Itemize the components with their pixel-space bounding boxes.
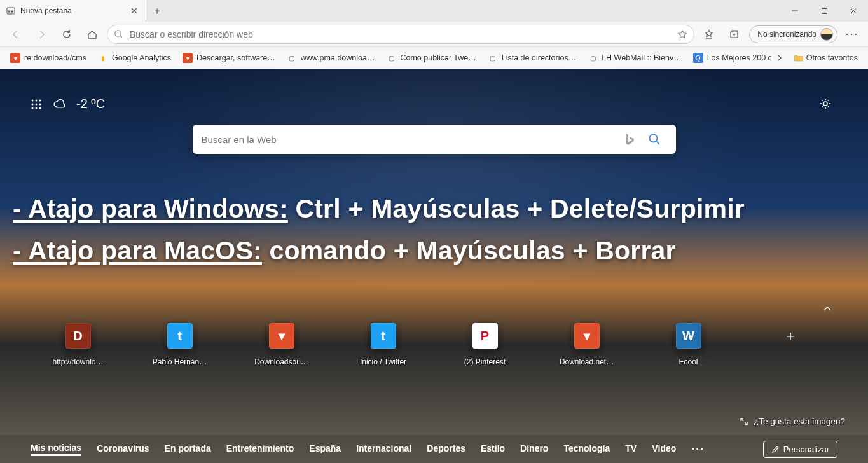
favorite-star-icon[interactable] (677, 29, 687, 39)
quick-link-icon: t (371, 323, 396, 349)
quick-link-label: (2) Pinterest (452, 357, 518, 366)
svg-point-21 (39, 107, 41, 109)
news-nav-item[interactable]: Vídeo (652, 443, 676, 455)
bookmark-item[interactable]: ▾Descargar, software… (177, 50, 280, 66)
profile-label: No sincronizando (757, 30, 816, 39)
bookmarks-overflow-button[interactable] (772, 52, 787, 64)
quick-link[interactable]: ▾Downloadsou… (249, 323, 315, 366)
bookmark-item[interactable]: ▢LH WebMail :: Bienv… (582, 50, 687, 66)
weather-temp[interactable]: -2 ºC (76, 97, 105, 111)
bookmark-item[interactable]: ▢www.pma.downloa… (282, 50, 380, 66)
svg-rect-4 (11, 11, 13, 13)
quick-link[interactable]: ▾Download.net… (554, 323, 620, 366)
background-feedback-label: ¿Te gusta esta imagen? (754, 417, 845, 426)
bookmark-item[interactable]: ▢Como publicar Twe… (381, 50, 481, 66)
overlay-line1-label: - Atajo para Windows: (13, 194, 288, 223)
news-nav-item[interactable]: Estilo (481, 443, 505, 455)
pencil-icon (771, 445, 780, 453)
quick-link-label: Inicio / Twitter (350, 357, 417, 366)
quick-link[interactable]: P(2) Pinterest (452, 323, 518, 366)
svg-point-20 (36, 107, 38, 109)
quick-link-icon: W (676, 323, 701, 349)
personalize-label: Personalizar (783, 445, 829, 454)
quick-link[interactable]: Dhttp://downlo… (45, 323, 111, 366)
news-nav-item[interactable]: Internacional (356, 443, 411, 455)
nav-forward-button[interactable] (31, 24, 52, 45)
profile-button[interactable]: No sincronizando (749, 25, 837, 43)
svg-point-23 (649, 135, 657, 142)
svg-rect-6 (822, 8, 827, 13)
ntp-collapse-button[interactable] (822, 304, 832, 314)
bookmarks-other-folder[interactable]: Otros favoritos (789, 50, 863, 66)
nav-refresh-button[interactable] (56, 24, 78, 45)
quick-link[interactable]: tPablo Hernán… (147, 323, 213, 366)
quick-link-icon: ▾ (269, 323, 294, 349)
window-minimize-button[interactable] (780, 0, 809, 22)
window-titlebar: Nueva pestaña ✕ ＋ (0, 0, 868, 22)
bookmark-item[interactable]: ▾re:download//cms (5, 50, 92, 66)
folder-icon (794, 53, 804, 63)
svg-line-24 (656, 142, 659, 145)
svg-point-9 (115, 31, 121, 36)
bookmark-item[interactable]: QLos Mejores 200 dir… (688, 50, 771, 66)
quick-link-icon: ▾ (574, 323, 600, 349)
news-nav-more[interactable]: ··· (691, 443, 705, 456)
news-nav-item[interactable]: Dinero (520, 443, 548, 455)
bookmarks-other-label: Otros favoritos (806, 53, 858, 62)
svg-point-18 (39, 103, 41, 105)
tab-close-button[interactable]: ✕ (130, 6, 138, 15)
bookmark-label: www.pma.downloa… (301, 53, 375, 62)
bookmark-item[interactable]: ▮Google Analytics (93, 50, 176, 66)
address-bar[interactable] (107, 25, 694, 44)
bookmark-favicon-icon: Q (693, 53, 703, 63)
quick-link-icon: t (167, 323, 193, 349)
address-input[interactable] (130, 29, 671, 39)
search-icon (114, 29, 123, 39)
bookmarks-bar: ▾re:download//cms▮Google Analytics▾Desca… (0, 47, 868, 69)
personalize-button[interactable]: Personalizar (763, 441, 837, 458)
ntp-settings-button[interactable] (818, 97, 832, 111)
bookmark-favicon-icon: ▢ (287, 53, 297, 63)
apps-grid-icon[interactable] (31, 99, 42, 110)
new-tab-button[interactable]: ＋ (146, 0, 168, 22)
nav-home-button[interactable] (81, 24, 103, 45)
bookmark-label: Lista de directorios… (502, 53, 576, 62)
ntp-top-left: -2 ºC (31, 97, 105, 111)
background-feedback[interactable]: ¿Te gusta esta imagen? (740, 417, 845, 426)
news-nav-item[interactable]: España (309, 443, 341, 455)
ntp-search-bar[interactable] (193, 125, 676, 154)
news-nav-item[interactable]: Entretenimiento (226, 443, 294, 455)
svg-rect-2 (8, 11, 10, 13)
svg-point-19 (32, 107, 34, 109)
ntp-search-input[interactable] (202, 134, 616, 145)
news-nav-item[interactable]: TV (625, 443, 637, 455)
news-nav-item[interactable]: En portada (165, 443, 211, 455)
news-nav-item[interactable]: Coronavirus (97, 443, 149, 455)
quick-link[interactable]: tInicio / Twitter (350, 323, 417, 366)
svg-rect-1 (8, 10, 10, 11)
favorites-button[interactable] (698, 24, 720, 45)
window-maximize-button[interactable] (809, 0, 839, 22)
news-nav-item[interactable]: Deportes (427, 443, 465, 455)
weather-icon[interactable] (52, 97, 66, 111)
bookmark-favicon-icon: ▾ (183, 53, 193, 63)
collections-button[interactable] (724, 24, 745, 45)
bookmark-item[interactable]: ▢Lista de directorios… (483, 50, 581, 66)
bookmark-favicon-icon: ▢ (588, 53, 598, 63)
news-nav-item[interactable]: Mis noticias (31, 443, 81, 456)
quick-link-label: Ecool (656, 357, 722, 366)
overlay-line2-keys: comando + Mayúsculas + Borrar (262, 236, 676, 265)
news-nav-item[interactable]: Tecnología (563, 443, 610, 455)
overlay-line2-label: - Atajo para MacOS: (13, 236, 262, 265)
quick-link[interactable]: WEcool (656, 323, 722, 366)
menu-button[interactable]: ··· (841, 24, 863, 45)
expand-icon (740, 417, 748, 426)
plus-icon: ＋ (778, 323, 803, 349)
window-close-button[interactable] (839, 0, 868, 22)
bookmark-label: LH WebMail :: Bienv… (602, 53, 682, 62)
ntp-search-submit[interactable] (642, 133, 667, 146)
nav-back-button[interactable] (5, 24, 27, 45)
svg-point-17 (36, 103, 38, 105)
quick-link-add[interactable]: ＋ (757, 323, 823, 366)
browser-tab-active[interactable]: Nueva pestaña ✕ (0, 0, 146, 22)
